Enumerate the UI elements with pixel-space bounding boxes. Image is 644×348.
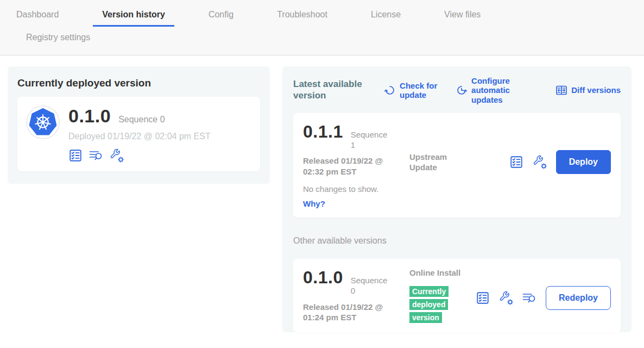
- deployed-version-info: 0.1.0 Sequence 0 Deployed 01/19/22 @ 02:…: [68, 105, 211, 163]
- latest-sequence: Sequence 1: [351, 130, 392, 151]
- edit-config-icon[interactable]: [533, 155, 547, 169]
- deployed-version-card: 0.1.0 Sequence 0 Deployed 01/19/22 @ 02:…: [17, 97, 260, 171]
- nav-row-primary: Dashboard Version history Config Trouble…: [0, 5, 644, 27]
- currently-deployed-panel: Currently deployed version: [8, 66, 270, 184]
- nav-row-secondary: Registry settings: [0, 28, 644, 55]
- deployed-timestamp: Deployed 01/19/22 @ 02:04 pm EST: [68, 132, 211, 141]
- deploy-button[interactable]: Deploy: [556, 150, 611, 174]
- other-sequence: Sequence 0: [351, 276, 392, 296]
- diff-icon: [555, 84, 567, 96]
- configure-automatic-updates-link[interactable]: Configure automatic updates: [456, 76, 541, 104]
- top-nav: Dashboard Version history Config Trouble…: [0, 0, 644, 55]
- tab-registry-settings[interactable]: Registry settings: [17, 28, 99, 49]
- why-link[interactable]: Why?: [303, 199, 325, 208]
- currently-deployed-title: Currently deployed version: [17, 77, 260, 89]
- other-version-card: 0.1.0 Sequence 0 Released 01/19/22 @ 01:…: [293, 259, 621, 333]
- deployed-sequence: Sequence 0: [118, 115, 165, 125]
- latest-version-info: 0.1.1 Sequence 1 Released 01/19/22 @ 02:…: [303, 122, 409, 177]
- other-version-number: 0.1.0: [303, 268, 343, 288]
- preflight-checks-icon[interactable]: [509, 155, 523, 169]
- tab-config[interactable]: Config: [199, 5, 243, 27]
- preflight-checks-icon[interactable]: [476, 291, 490, 305]
- edit-config-icon[interactable]: [110, 148, 124, 163]
- other-versions-title: Other available versions: [293, 236, 621, 246]
- tab-troubleshoot[interactable]: Troubleshoot: [268, 5, 337, 27]
- latest-header: Latest available version Check for updat…: [293, 76, 621, 104]
- latest-released-timestamp: Released 01/19/22 @ 02:32 pm EST: [303, 156, 403, 177]
- tab-version-history[interactable]: Version history: [93, 5, 174, 27]
- check-for-update-link[interactable]: Check for update: [384, 81, 441, 100]
- edit-config-icon[interactable]: [499, 291, 513, 305]
- refresh-icon: [384, 84, 396, 96]
- tab-dashboard[interactable]: Dashboard: [7, 5, 68, 27]
- preflight-checks-icon[interactable]: [68, 148, 83, 163]
- other-released-timestamp: Released 01/19/22 @ 01:24 pm EST: [303, 302, 403, 323]
- no-changes-text: No changes to show.: [303, 184, 611, 194]
- latest-version-number: 0.1.1: [303, 122, 343, 142]
- deployed-version-number: 0.1.0: [68, 105, 111, 127]
- currently-deployed-badge-wrap: Currently deployed version: [409, 285, 459, 324]
- other-version-info: 0.1.0 Sequence 0 Released 01/19/22 @ 01:…: [303, 268, 409, 323]
- other-version-source-col: Online Install Currently deployed versio…: [409, 268, 470, 324]
- diff-versions-link[interactable]: Diff versions: [555, 84, 621, 96]
- other-version-source: Online Install: [409, 268, 470, 278]
- latest-version-source: Upstream Update: [409, 122, 470, 173]
- redeploy-button[interactable]: Redeploy: [546, 286, 611, 310]
- schedule-update-icon: [456, 84, 468, 96]
- kubernetes-logo-icon: [26, 105, 60, 139]
- latest-version-card: 0.1.1 Sequence 1 Released 01/19/22 @ 02:…: [293, 113, 621, 218]
- latest-available-panel: Latest available version Check for updat…: [282, 66, 632, 332]
- tab-license[interactable]: License: [362, 5, 410, 27]
- deploy-logs-icon[interactable]: [89, 148, 103, 163]
- deploy-logs-icon[interactable]: [522, 291, 536, 305]
- tab-view-files[interactable]: View files: [435, 5, 490, 27]
- currently-deployed-badge: Currently deployed version: [409, 286, 449, 323]
- latest-available-title: Latest available version: [293, 79, 369, 101]
